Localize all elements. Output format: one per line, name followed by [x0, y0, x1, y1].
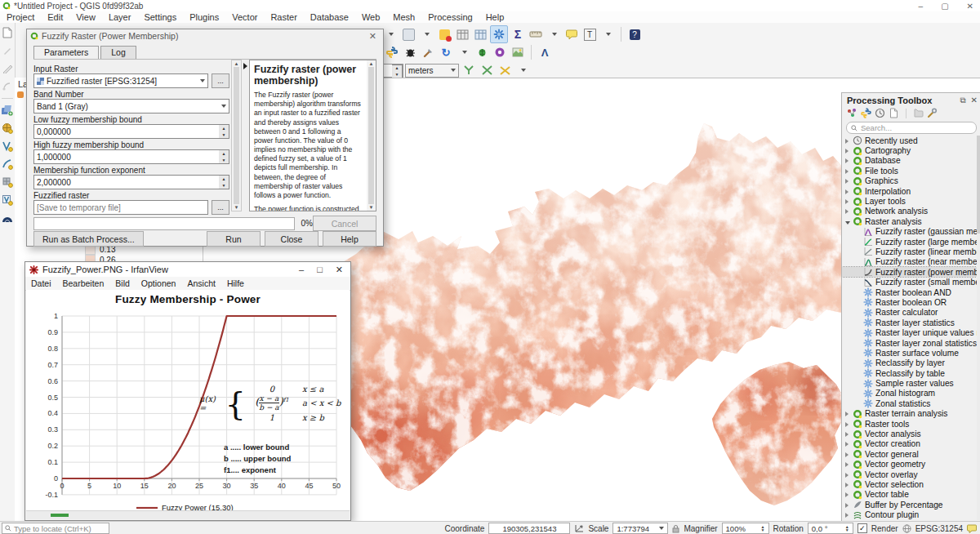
toolbox-item-raster-layer-unique-values-report[interactable]: Raster layer unique values report — [842, 327, 977, 337]
toolbox-item-network-analysis[interactable]: Network analysis — [842, 207, 977, 216]
run-button[interactable]: Run — [207, 231, 261, 247]
toolbox-item-reclassify-by-layer[interactable]: Reclassify by layer — [842, 358, 977, 368]
dialog-close-icon[interactable]: ✕ — [366, 31, 380, 42]
menu-layer[interactable]: Layer — [102, 12, 138, 22]
node-editor-icon[interactable] — [1, 80, 14, 93]
edit-features-icon[interactable] — [913, 108, 924, 118]
toolbox-item-raster-tools[interactable]: Raster tools — [842, 419, 977, 429]
toolbox-item-vector-analysis[interactable]: Vector analysis — [842, 429, 977, 438]
viewer-menu-hilfe[interactable]: Hilfe — [221, 278, 250, 288]
georeferencer-icon[interactable] — [510, 44, 526, 60]
tree-chevron-icon[interactable] — [845, 501, 853, 510]
toolbox-item-interpolation[interactable]: Interpolation — [842, 186, 977, 196]
extent-icon[interactable] — [574, 524, 584, 533]
high-bound-spinner[interactable]: ▲▼ — [219, 149, 229, 164]
add-vector-layer-icon[interactable] — [1, 104, 14, 117]
input-raster-browse-button[interactable]: ... — [212, 73, 229, 88]
menu-settings[interactable]: Settings — [137, 12, 183, 22]
tree-chevron-icon[interactable] — [845, 167, 853, 176]
tree-chevron-icon[interactable] — [845, 439, 853, 448]
help-button[interactable]: Help — [323, 231, 376, 247]
toolbox-item-vector-overlay[interactable]: Vector overlay — [842, 469, 977, 479]
dropdown-caret-icon[interactable] — [456, 44, 472, 60]
snapping-intersection-icon[interactable] — [479, 62, 495, 78]
minimize-button[interactable]: – — [919, 2, 924, 11]
maximize-button[interactable]: □ — [317, 265, 323, 275]
measure-disabled-icon[interactable] — [1, 62, 14, 75]
models-icon[interactable] — [847, 108, 858, 118]
menu-web[interactable]: Web — [355, 12, 386, 22]
output-raster-browse-button[interactable]: ... — [212, 200, 229, 215]
snapping-tolerance-input[interactable]: ▲▼ — [381, 64, 403, 78]
minimize-button[interactable]: – — [299, 265, 304, 275]
tree-chevron-icon[interactable] — [845, 470, 853, 479]
close-panel-icon[interactable]: ✕ — [971, 96, 978, 105]
processing-toolbox-icon[interactable] — [490, 25, 508, 43]
messages-icon[interactable] — [967, 524, 977, 533]
toolbox-item-database[interactable]: Database — [842, 156, 977, 166]
tree-chevron-icon[interactable] — [845, 409, 853, 418]
exponent-input[interactable]: 2,000000 — [33, 175, 219, 189]
viewer-menu-datei[interactable]: Datei — [25, 278, 57, 288]
toolbox-item-fuzzify-raster-linear-membership-[interactable]: Fuzzify raster (linear membership) — [842, 247, 977, 256]
toolbox-item-raster-boolean-and[interactable]: Raster boolean AND — [842, 287, 977, 297]
tree-chevron-icon[interactable] — [845, 429, 853, 438]
toolbox-item-raster-surface-volume[interactable]: Raster surface volume — [842, 348, 977, 358]
toolbox-item-vector-selection[interactable]: Vector selection — [842, 479, 977, 489]
toolbox-item-file-tools[interactable]: File tools — [842, 166, 977, 176]
toolbox-item-raster-layer-zonal-statistics[interactable]: Raster layer zonal statistics — [842, 338, 977, 348]
toolbox-item-vector-creation[interactable]: Vector creation — [842, 439, 977, 449]
tree-chevron-icon[interactable] — [845, 460, 853, 469]
toolbox-item-sample-raster-values[interactable]: Sample raster values — [842, 378, 977, 388]
vertex-tool-icon[interactable]: Λ — [537, 44, 553, 60]
tab-parameters[interactable]: Parameters — [33, 46, 99, 59]
add-wms-layer-icon[interactable] — [1, 211, 14, 225]
toolbox-item-fuzzify-raster-gaussian-membership-[interactable]: Fuzzify raster (gaussian membership) — [842, 227, 977, 237]
form-scrollbar[interactable]: ▲▼ — [231, 60, 242, 211]
temporal-control-icon[interactable] — [436, 26, 452, 42]
toolbox-item-layer-tools[interactable]: Layer tools — [842, 196, 977, 206]
toolbox-item-vector-general[interactable]: Vector general — [842, 449, 977, 459]
menu-vector[interactable]: Vector — [225, 12, 264, 22]
tree-chevron-icon[interactable] — [845, 207, 853, 216]
options-icon[interactable] — [927, 108, 938, 118]
help-collapse-icon[interactable] — [242, 60, 249, 211]
batch-process-button[interactable]: Run as Batch Process... — [33, 231, 144, 247]
debug-icon[interactable] — [402, 44, 418, 60]
output-raster-input[interactable]: [Save to temporary file] — [33, 200, 208, 215]
tree-chevron-icon[interactable] — [845, 146, 853, 155]
toolbox-item-vector-table[interactable]: Vector table — [842, 490, 977, 500]
menu-database[interactable]: Database — [304, 12, 355, 22]
locate-input[interactable]: Type to locate (Ctrl+K) — [2, 523, 109, 534]
menu-processing[interactable]: Processing — [421, 12, 479, 22]
menu-plugins[interactable]: Plugins — [183, 12, 225, 22]
tab-log[interactable]: Log — [100, 46, 136, 59]
layers-toolbar-icon[interactable] — [17, 91, 24, 98]
lock-icon[interactable] — [672, 524, 679, 533]
dropdown-caret-icon[interactable] — [382, 26, 399, 42]
tree-chevron-icon[interactable] — [845, 197, 853, 206]
add-point-layer-icon[interactable] — [1, 140, 14, 153]
add-mesh-layer-icon[interactable] — [1, 176, 14, 189]
toolbox-item-zonal-statistics[interactable]: Zonal statistics — [842, 398, 977, 408]
help-scrollbar[interactable]: ▲▼ — [367, 60, 376, 211]
deselect-icon[interactable] — [400, 26, 416, 42]
tree-chevron-icon[interactable] — [845, 217, 853, 226]
toolbox-item-fuzzify-raster-power-membership-[interactable]: Fuzzify raster (power membership) — [842, 267, 977, 277]
toolbox-item-raster-terrain-analysis[interactable]: Raster terrain analysis — [842, 409, 977, 419]
text-annotation-icon[interactable]: T — [581, 26, 598, 42]
menu-help[interactable]: Help — [479, 12, 511, 22]
history-icon[interactable] — [875, 108, 885, 118]
dropdown-caret-icon[interactable] — [418, 26, 434, 42]
tree-chevron-icon[interactable] — [845, 176, 853, 185]
toolbox-item-raster-analysis[interactable]: Raster analysis — [842, 216, 977, 226]
snapping-topology-icon[interactable] — [461, 62, 477, 78]
tree-chevron-icon[interactable] — [845, 420, 853, 429]
snapping-marker-icon[interactable] — [497, 62, 513, 78]
menu-edit[interactable]: Edit — [41, 12, 69, 22]
close-button[interactable]: ✕ — [336, 265, 343, 275]
menu-view[interactable]: View — [69, 12, 102, 22]
close-button[interactable]: Close — [265, 231, 318, 247]
close-button[interactable]: ✕ — [967, 2, 973, 11]
osgeo-icon[interactable] — [492, 44, 508, 60]
